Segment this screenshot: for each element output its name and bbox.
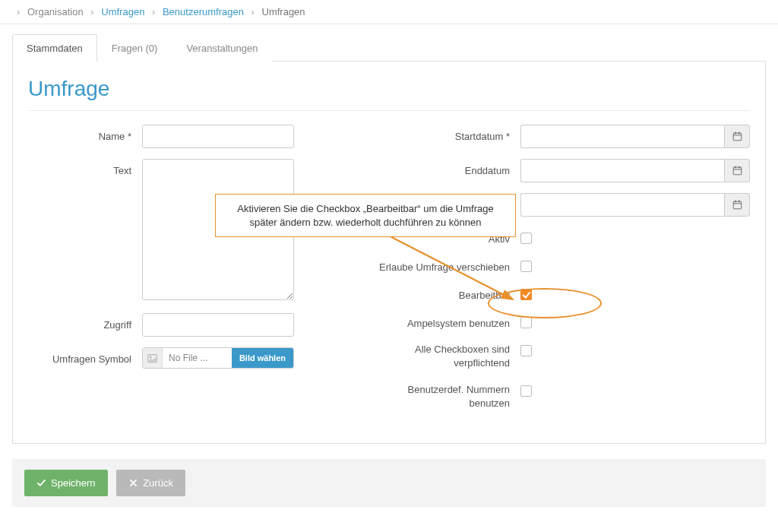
- label-enddatum: Enddatum: [376, 159, 520, 176]
- breadcrumb-link-umfragen[interactable]: Umfragen: [101, 6, 144, 17]
- aktiv-checkbox[interactable]: [520, 233, 532, 244]
- label-symbol: Umfragen Symbol: [28, 347, 142, 365]
- bearbeitbar-checkbox[interactable]: [520, 289, 532, 300]
- label-usernum: Benutzerdef. Nummern benutzen: [376, 380, 520, 410]
- breadcrumb-item: Organisation: [27, 6, 84, 17]
- label-ampel: Ampelsystem benutzen: [376, 312, 520, 329]
- back-button[interactable]: Zurück: [116, 470, 185, 496]
- svg-rect-2: [733, 133, 742, 141]
- zeigen-ab-input[interactable]: [520, 193, 724, 217]
- zugriff-input[interactable]: [142, 313, 294, 337]
- tab-stammdaten[interactable]: Stammdaten: [12, 34, 97, 62]
- label-startdatum: Startdatum *: [376, 125, 520, 142]
- close-icon: [128, 478, 138, 488]
- label-allcb: Alle Checkboxen sind verpflichtend: [376, 340, 520, 369]
- label-bearbeitbar: Bearbeitbar: [376, 283, 520, 301]
- label-name: Name *: [28, 125, 142, 142]
- footer-bar: Speichern Zurück: [12, 459, 766, 507]
- check-icon: [36, 478, 46, 488]
- tabs: Stammdaten Fragen (0) Veranstaltungen: [12, 33, 766, 62]
- save-button[interactable]: Speichern: [24, 470, 108, 496]
- choose-file-button[interactable]: Bild wählen: [232, 348, 293, 368]
- allcb-checkbox[interactable]: [520, 345, 532, 356]
- usernum-checkbox[interactable]: [520, 385, 532, 397]
- form-card: Umfrage Name * Text Zugriff Umfragen Sy: [12, 62, 766, 444]
- divider: [28, 110, 750, 111]
- ampel-checkbox[interactable]: [520, 317, 532, 328]
- svg-point-1: [150, 356, 151, 357]
- chevron-right-icon: ›: [90, 6, 93, 17]
- calendar-button-showfrom[interactable]: [724, 193, 750, 217]
- svg-rect-10: [733, 201, 742, 209]
- enddatum-input[interactable]: [520, 159, 724, 182]
- calendar-icon: [732, 166, 742, 176]
- chevron-right-icon: ›: [152, 6, 155, 17]
- file-picker: No File ... Bild wählen: [142, 347, 294, 369]
- breadcrumb-link-benutzerumfragen[interactable]: Benutzerumfragen: [163, 6, 244, 17]
- breadcrumb: › Organisation › Umfragen › Benutzerumfr…: [0, 0, 778, 24]
- chevron-right-icon: ›: [251, 6, 255, 17]
- shift-checkbox[interactable]: [520, 261, 532, 272]
- callout-annotation: Aktivieren Sie die Checkbox „Bearbeitbar…: [215, 194, 516, 237]
- save-button-label: Speichern: [51, 477, 96, 489]
- calendar-icon: [732, 200, 742, 210]
- label-text: Text: [28, 159, 142, 176]
- back-button-label: Zurück: [143, 477, 173, 489]
- calendar-button-end[interactable]: [724, 159, 750, 182]
- image-placeholder-icon: [143, 348, 163, 368]
- label-shift: Erlaube Umfrage verschieben: [376, 255, 520, 273]
- tab-veranstaltungen[interactable]: Veranstaltungen: [172, 34, 272, 62]
- startdatum-input[interactable]: [520, 125, 724, 148]
- chevron-right-icon: ›: [17, 6, 20, 17]
- name-input[interactable]: [142, 125, 294, 148]
- calendar-icon: [732, 131, 742, 141]
- svg-rect-6: [733, 167, 742, 175]
- page-title: Umfrage: [28, 77, 750, 101]
- tab-fragen[interactable]: Fragen (0): [97, 34, 172, 62]
- breadcrumb-current: Umfragen: [262, 6, 305, 17]
- file-none-label: No File ...: [163, 353, 232, 363]
- calendar-button-start[interactable]: [724, 125, 750, 148]
- label-zugriff: Zugriff: [28, 313, 142, 331]
